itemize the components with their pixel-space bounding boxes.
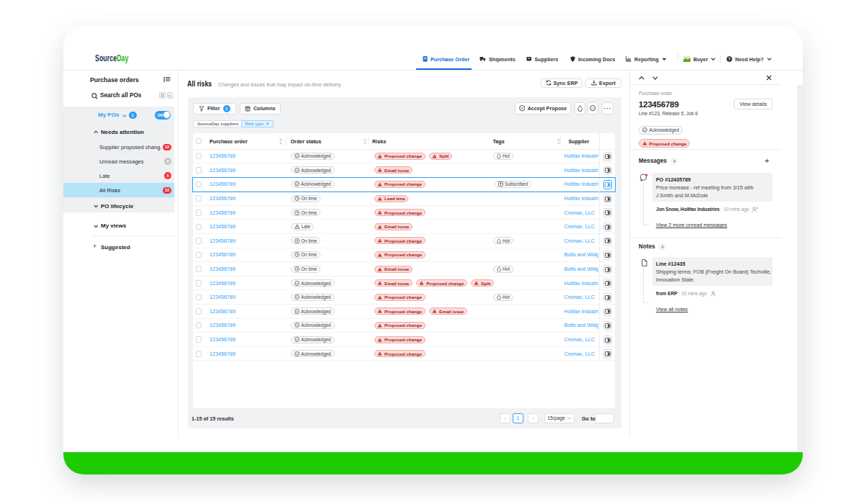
svg-text:?: ?: [728, 57, 730, 61]
